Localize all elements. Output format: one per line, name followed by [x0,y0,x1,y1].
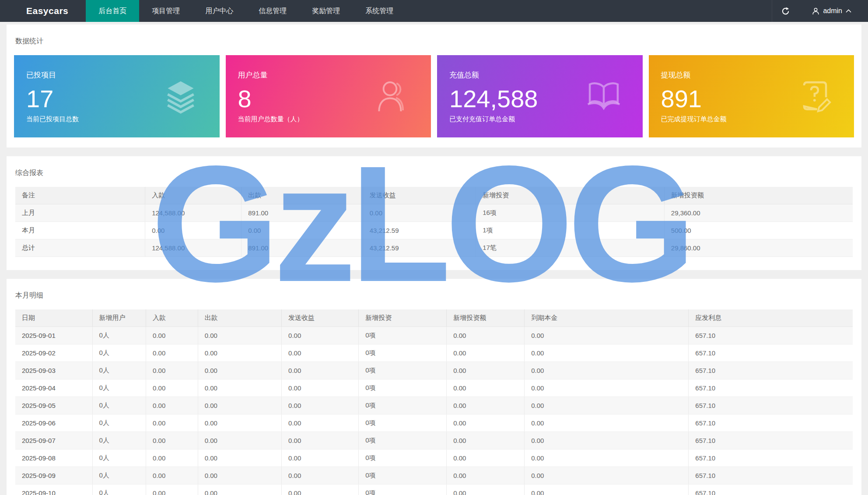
card-desc: 当前已投项目总数 [26,115,79,123]
cell-profit-sent: 0.00 [282,449,359,467]
cell-date: 2025-09-06 [15,414,92,432]
cell-due-principal: 0.00 [525,362,689,379]
cell-remark: 本月 [15,222,145,239]
cell-deposit: 0.00 [146,327,198,344]
nav-item[interactable]: 信息管理 [246,0,299,22]
cell-profit-sent: 43,212.59 [363,239,476,257]
cell-withdraw: 891.00 [242,239,363,257]
cell-withdraw: 0.00 [198,432,281,449]
cell-deposit: 0.00 [145,222,242,239]
cell-new-invest: 0项 [359,449,447,467]
table-row: 2025-09-10 0人 0.00 0.00 0.00 0项 0.00 0.0… [15,484,853,495]
cell-new-users: 0人 [92,379,146,397]
cell-withdraw: 0.00 [198,379,281,397]
cell-payable-interest: 657.10 [689,327,853,344]
cell-profit-sent: 0.00 [282,414,359,432]
layers-icon [163,78,199,114]
column-header: 入款 [145,187,242,204]
cell-withdraw: 891.00 [242,204,363,222]
column-header: 出款 [198,309,281,327]
cell-deposit: 124,588.00 [145,204,242,222]
cell-new-invest-amount: 0.00 [447,467,525,484]
cell-deposit: 0.00 [146,379,198,397]
cell-date: 2025-09-09 [15,467,92,484]
cell-due-principal: 0.00 [525,432,689,449]
cell-withdraw: 0.00 [198,327,281,344]
table-row: 2025-09-04 0人 0.00 0.00 0.00 0项 0.00 0.0… [15,379,853,397]
cell-profit-sent: 0.00 [282,467,359,484]
user-icon [374,78,410,114]
cell-new-users: 0人 [92,362,146,379]
cell-withdraw: 0.00 [242,222,363,239]
stat-cards: 已投项目 17 当前已投项目总数 用户总量 8 当前用户总数量（人） [7,55,861,147]
admin-menu[interactable]: admin [799,0,868,22]
cell-deposit: 0.00 [146,344,198,362]
column-header: 日期 [15,309,92,327]
cell-new-users: 0人 [92,432,146,449]
table-row: 2025-09-01 0人 0.00 0.00 0.00 0项 0.00 0.0… [15,327,853,344]
cell-new-invest: 0项 [359,327,447,344]
column-header: 新增投资 [359,309,447,327]
nav-item[interactable]: 系统管理 [353,0,406,22]
cell-due-principal: 0.00 [525,449,689,467]
cell-deposit: 0.00 [146,432,198,449]
report-table-wrap: 备注入款出款发送收益新增投资新增投资额 上月 124,588.00 891.00… [7,187,861,270]
cell-remark: 总计 [15,239,145,257]
table-row: 上月 124,588.00 891.00 0.00 16项 29,360.00 [15,204,853,222]
cell-new-invest-amount: 29,860.00 [664,239,853,257]
table-row: 2025-09-09 0人 0.00 0.00 0.00 0项 0.00 0.0… [15,467,853,484]
cell-withdraw: 0.00 [198,414,281,432]
cell-deposit: 0.00 [146,414,198,432]
cell-profit-sent: 0.00 [282,344,359,362]
cell-new-invest-amount: 0.00 [447,397,525,414]
cell-date: 2025-09-03 [15,362,92,379]
table-row: 2025-09-02 0人 0.00 0.00 0.00 0项 0.00 0.0… [15,344,853,362]
cell-new-invest: 0项 [359,362,447,379]
cell-profit-sent: 0.00 [282,432,359,449]
cell-profit-sent: 0.00 [282,327,359,344]
cell-deposit: 0.00 [146,362,198,379]
cell-date: 2025-09-05 [15,397,92,414]
detail-table: 日期新增用户入款出款发送收益新增投资新增投资额到期本金应发利息 2025-09-… [15,309,853,495]
detail-title: 本月明细 [7,279,861,309]
cell-new-invest-amount: 0.00 [447,362,525,379]
nav-item[interactable]: 项目管理 [139,0,192,22]
cell-profit-sent: 0.00 [282,379,359,397]
stat-card-invested-projects: 已投项目 17 当前已投项目总数 [14,55,220,137]
column-header: 新增投资 [476,187,665,204]
refresh-button[interactable] [772,0,799,22]
cell-date: 2025-09-07 [15,432,92,449]
column-header: 新增用户 [92,309,146,327]
brand-logo: Easycars [0,0,86,22]
refresh-icon [781,7,790,15]
stat-card-total-users: 用户总量 8 当前用户总数量（人） [226,55,431,137]
user-icon [812,7,819,15]
cell-new-invest: 0项 [359,379,447,397]
cell-date: 2025-09-04 [15,379,92,397]
cell-new-invest: 16项 [476,204,665,222]
stat-card-recharge-total: 充值总额 124,588 已支付充值订单总金额 [437,55,643,137]
cell-due-principal: 0.00 [525,467,689,484]
cell-new-invest-amount: 0.00 [447,327,525,344]
cell-new-invest: 0项 [359,397,447,414]
table-row: 2025-09-08 0人 0.00 0.00 0.00 0项 0.00 0.0… [15,449,853,467]
cell-withdraw: 0.00 [198,484,281,495]
detail-table-body: 2025-09-01 0人 0.00 0.00 0.00 0项 0.00 0.0… [15,327,853,495]
cell-new-invest: 0项 [359,467,447,484]
cell-deposit: 124,588.00 [145,239,242,257]
navbar-right: admin [772,0,868,22]
cell-new-invest-amount: 0.00 [447,449,525,467]
stats-panel: 数据统计 已投项目 17 当前已投项目总数 用户总量 8 当前用户总数量（人） [7,25,861,147]
cell-profit-sent: 0.00 [282,484,359,495]
cell-new-invest-amount: 0.00 [447,344,525,362]
column-header: 备注 [15,187,145,204]
report-header-row: 备注入款出款发送收益新增投资新增投资额 [15,187,853,204]
table-row: 总计 124,588.00 891.00 43,212.59 17笔 29,86… [15,239,853,257]
stat-card-withdraw-total: 提现总额 891 已完成提现订单总金额 [649,55,854,137]
nav-item[interactable]: 奖励管理 [299,0,353,22]
report-title: 综合报表 [7,156,861,187]
column-header: 出款 [242,187,363,204]
nav-item[interactable]: 后台首页 [86,0,139,22]
nav-item[interactable]: 用户中心 [192,0,246,22]
cell-date: 2025-09-01 [15,327,92,344]
